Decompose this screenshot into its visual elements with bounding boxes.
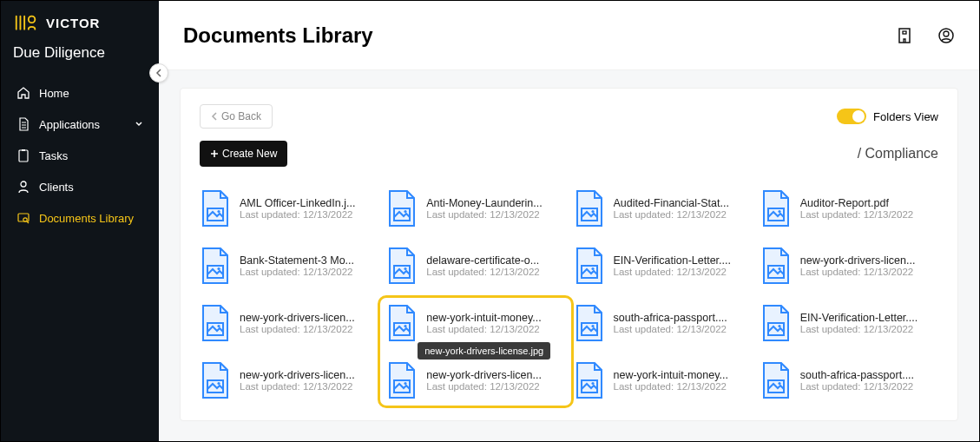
file-name: delaware-certificate-o... [426,254,539,267]
file-item[interactable]: south-africa-passport....Last updated: 1… [574,304,752,342]
file-image-icon [574,361,605,399]
svg-point-13 [404,210,407,213]
file-item[interactable]: new-york-drivers-licen...Last updated: 1… [386,361,564,399]
chevron-left-icon [155,69,162,77]
chevron-left-icon [211,112,218,121]
building-icon[interactable] [896,27,913,44]
topbar-actions [896,27,955,44]
person-icon [16,180,30,194]
file-image-icon [760,304,792,342]
file-image-icon [760,189,792,228]
sidebar-item-home[interactable]: Home [1,77,159,109]
file-image-icon [386,189,418,228]
file-image-icon [200,189,231,228]
main: Documents Library Go Back Folders View [159,1,979,441]
sidebar-collapse-button[interactable] [149,63,168,82]
document-icon [16,117,30,131]
topbar: Documents Library [159,1,979,70]
sidebar-item-label: Home [39,87,69,100]
file-item[interactable]: delaware-certificate-o...Last updated: 1… [386,247,564,285]
file-name: south-africa-passport.... [614,312,727,324]
svg-point-31 [591,325,594,327]
svg-point-23 [591,267,594,270]
file-item[interactable]: Auditor-Report.pdfLast updated: 12/13/20… [760,189,938,228]
file-item[interactable]: EIN-Verification-Letter....Last updated:… [760,304,938,342]
folders-view-toggle[interactable] [837,109,866,124]
file-item[interactable]: Anti-Money-Launderin...Last updated: 12/… [386,189,564,228]
documents-panel: Go Back Folders View Create New / Compli… [180,88,958,421]
file-name: new-york-drivers-licen... [240,369,355,381]
file-image-icon [574,189,605,228]
file-name: new-york-drivers-licen... [800,254,916,267]
clipboard-icon [16,148,30,162]
sidebar-item-applications[interactable]: Applications [1,109,159,140]
file-image-icon [200,361,231,399]
content-area: Go Back Folders View Create New / Compli… [159,70,979,441]
file-image-icon [760,247,792,285]
file-last-updated: Last updated: 12/13/2022 [614,209,729,220]
file-image-icon [386,247,418,285]
home-icon [16,86,30,100]
file-name: EIN-Verification-Letter.... [800,312,918,324]
svg-point-27 [217,325,220,327]
sidebar-nav: Home Applications Tasks Clients Document… [1,74,159,234]
file-item[interactable]: Bank-Statement-3 Mo...Last updated: 12/1… [200,247,378,285]
file-last-updated: Last updated: 12/13/2022 [240,209,355,220]
file-last-updated: Last updated: 12/13/2022 [426,324,541,334]
file-image-icon [574,304,605,342]
sidebar-item-tasks[interactable]: Tasks [1,140,159,171]
file-name: Bank-Statement-3 Mo... [240,254,354,267]
file-last-updated: Last updated: 12/13/2022 [240,267,354,277]
module-title: Due Diligence [1,41,159,74]
sidebar-item-label: Clients [39,181,74,194]
file-item[interactable]: Audited-Financial-Stat...Last updated: 1… [574,189,752,228]
create-new-button[interactable]: Create New [200,141,287,167]
svg-rect-2 [22,149,25,151]
folders-view-label: Folders View [873,110,938,123]
file-item[interactable]: new-york-drivers-licen...Last updated: 1… [200,304,378,342]
breadcrumb: / Compliance [858,146,938,162]
file-item[interactable]: new-york-drivers-licen...Last updated: 1… [200,361,378,399]
file-item[interactable]: EIN-Verification-Letter....Last updated:… [574,247,752,285]
svg-rect-7 [903,31,906,34]
file-item[interactable]: new-york-drivers-licen...Last updated: 1… [760,247,938,285]
file-image-icon [760,361,792,399]
file-image-icon [200,247,231,285]
svg-point-15 [591,210,594,213]
file-item[interactable]: AML Officer-LinkedIn.j...Last updated: 1… [200,189,378,228]
svg-point-33 [778,325,780,327]
svg-point-21 [404,267,407,270]
file-last-updated: Last updated: 12/13/2022 [800,324,918,334]
file-image-icon [200,304,231,342]
brand-logo-icon [13,11,39,34]
sidebar-item-clients[interactable]: Clients [1,171,159,202]
file-name: new-york-intuit-money... [426,312,541,324]
go-back-button[interactable]: Go Back [200,104,273,129]
page-title: Documents Library [183,23,373,48]
create-new-label: Create New [222,148,277,160]
file-last-updated: Last updated: 12/13/2022 [426,267,539,277]
file-image-icon [574,247,605,285]
file-last-updated: Last updated: 12/13/2022 [800,267,916,277]
file-item[interactable]: new-york-intuit-money...Last updated: 12… [574,361,752,399]
svg-rect-1 [19,150,28,162]
sidebar-item-label: Applications [39,118,100,131]
svg-point-35 [217,382,220,385]
file-last-updated: Last updated: 12/13/2022 [614,324,727,334]
file-item[interactable]: new-york-intuit-money...Last updated: 12… [386,304,564,342]
brand: VICTOR [1,1,159,41]
svg-point-41 [778,382,780,385]
file-last-updated: Last updated: 12/13/2022 [426,381,542,392]
file-name: Anti-Money-Launderin... [426,197,542,209]
plus-icon [210,149,219,158]
file-tooltip: new-york-drivers-license.jpg [418,342,550,360]
file-item[interactable]: south-africa-passport....Last updated: 1… [760,361,938,399]
user-account-icon[interactable] [937,27,955,44]
file-image-icon [386,361,418,399]
svg-point-37 [404,382,407,385]
svg-point-29 [404,325,407,327]
sidebar-item-documents-library[interactable]: Documents Library [1,202,159,234]
go-back-label: Go Back [221,110,261,122]
file-name: Audited-Financial-Stat... [614,197,729,209]
svg-point-39 [591,382,594,385]
